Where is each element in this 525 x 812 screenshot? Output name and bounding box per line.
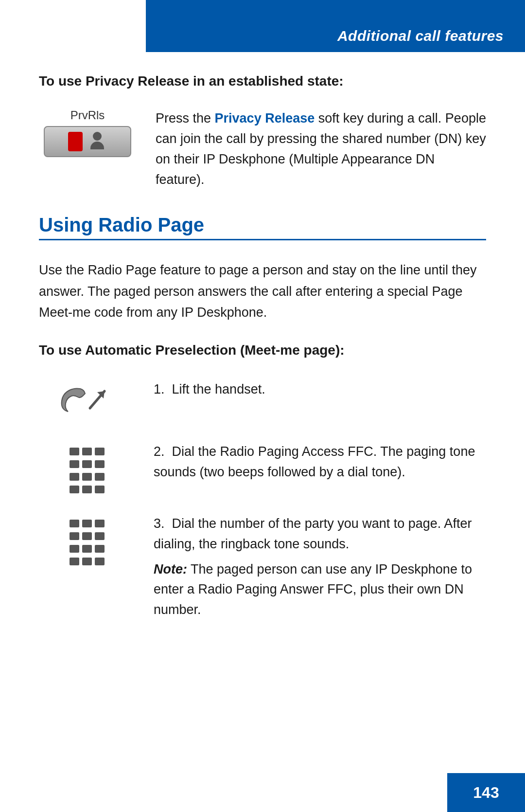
phone-btn-red <box>68 132 83 151</box>
step-1-icon <box>39 379 136 420</box>
step-1-desc: Lift the handset. <box>172 382 265 397</box>
key-7 <box>70 473 79 481</box>
step-2-row: 2. Dial the Radio Paging Access FFC. The… <box>39 442 486 492</box>
key-11 <box>82 486 92 493</box>
step-3-row: 3. Dial the number of the party you want… <box>39 514 486 620</box>
keypad-icon-2 <box>66 516 109 564</box>
key-a9 <box>95 545 105 553</box>
privacy-release-link: Privacy Release <box>215 111 315 126</box>
radio-paging-answer-link: Radio Paging Answer <box>198 582 324 596</box>
privacy-release-row: PrvRls Press the Privacy Release soft ke… <box>39 108 486 190</box>
key-3 <box>95 448 105 455</box>
key-5 <box>82 460 92 468</box>
note-block: Note: The paged person can use any IP De… <box>154 559 486 621</box>
key-2 <box>82 448 92 455</box>
handset-svg <box>56 381 119 420</box>
key-a6 <box>95 532 105 540</box>
radio-paging-access-link: Radio Paging Access <box>220 444 344 459</box>
section-rule <box>39 239 486 240</box>
key-a1 <box>70 520 79 527</box>
step-1-text: 1. Lift the handset. <box>154 379 486 400</box>
key-12 <box>95 486 105 493</box>
key-a2 <box>82 520 92 527</box>
key-a7 <box>70 545 79 553</box>
privacy-release-heading: To use Privacy Release in an established… <box>39 73 486 89</box>
main-content: To use Privacy Release in an established… <box>0 52 525 671</box>
key-1 <box>70 448 79 455</box>
key-a10 <box>70 558 79 565</box>
footer: 143 <box>447 773 525 812</box>
header-title: Additional call features <box>337 28 504 44</box>
phone-btn-person-icon <box>88 132 107 151</box>
radio-page-body: Use the Radio Page feature to page a per… <box>39 260 486 323</box>
steps-list: 1. Lift the handset. <box>39 379 486 642</box>
prvlrs-button-image <box>44 126 131 157</box>
radio-page-title: Using Radio Page <box>39 214 486 236</box>
step-3-num: 3. <box>154 516 172 531</box>
key-a3 <box>95 520 105 527</box>
key-10 <box>70 486 79 493</box>
radio-page-section: Using Radio Page <box>39 214 486 240</box>
key-a12 <box>95 558 105 565</box>
prvlrs-icon-block: PrvRls <box>39 108 136 157</box>
person-body <box>90 142 104 149</box>
step-3-desc: Dial the number of the party you want to… <box>154 516 472 551</box>
page-number: 143 <box>473 784 499 802</box>
key-6 <box>95 460 105 468</box>
key-4 <box>70 460 79 468</box>
header: Additional call features <box>0 0 525 52</box>
step-1-row: 1. Lift the handset. <box>39 379 486 420</box>
key-a5 <box>82 532 92 540</box>
key-a4 <box>70 532 79 540</box>
note-label: Note: <box>154 562 187 577</box>
step-1-num: 1. <box>154 382 172 397</box>
key-a8 <box>82 545 92 553</box>
privacy-release-text: Press the Privacy Release soft key durin… <box>156 108 486 190</box>
step-3-text: 3. Dial the number of the party you want… <box>154 514 486 620</box>
step-3-icon <box>39 514 136 564</box>
meet-me-heading: To use Automatic Preselection (Meet-me p… <box>39 343 486 358</box>
key-a11 <box>82 558 92 565</box>
key-9 <box>95 473 105 481</box>
key-8 <box>82 473 92 481</box>
step-2-icon <box>39 442 136 492</box>
person-head <box>93 132 102 141</box>
step-2-text: 2. Dial the Radio Paging Access FFC. The… <box>154 442 486 483</box>
prvlrs-label: PrvRls <box>70 108 105 122</box>
step-2-num: 2. <box>154 444 172 459</box>
keypad-icon-1 <box>66 444 109 492</box>
